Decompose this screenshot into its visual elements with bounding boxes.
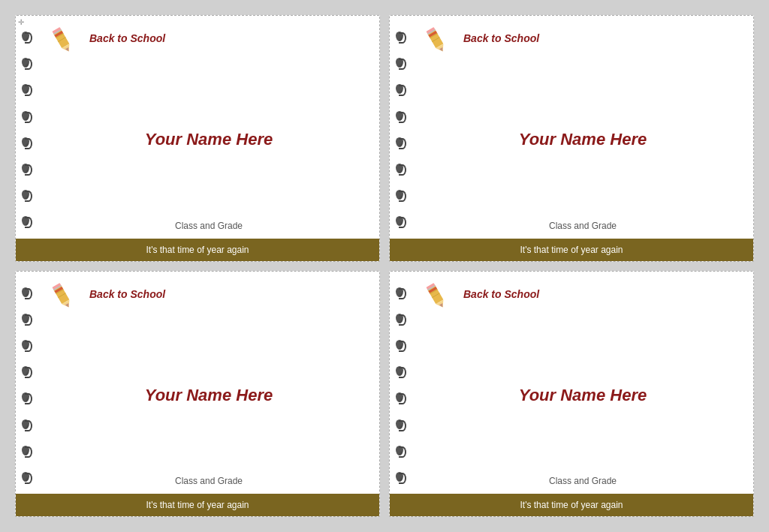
card-3: Back to School Your Name Here Class and … [15, 271, 380, 518]
spiral-left-4 [393, 279, 406, 491]
pencil-icon-1 [46, 23, 83, 53]
back-to-school-3: Back to School [89, 288, 165, 300]
class-grade-4: Class and Grade [420, 476, 746, 486]
card-1-inner: Back to School Your Name Here Class and … [16, 16, 379, 239]
back-to-school-2: Back to School [463, 32, 539, 44]
your-name-3: Your Name Here [46, 315, 372, 476]
spiral-left-2 [393, 23, 406, 235]
spiral-left-3 [19, 279, 32, 491]
footer-1: It's that time of year again [16, 239, 379, 261]
footer-3: It's that time of year again [16, 494, 379, 516]
card-3-inner: Back to School Your Name Here Class and … [16, 272, 379, 494]
class-grade-2: Class and Grade [420, 221, 746, 231]
page: ✛ [0, 0, 769, 532]
card-4-inner: Back to School Your Name Here Class and … [390, 272, 753, 494]
card-2: Back to School Your Name Here Class and … [389, 15, 754, 262]
card-1: ✛ [15, 15, 380, 262]
footer-4: It's that time of year again [390, 494, 753, 516]
card-1-content: Back to School Your Name Here Class and … [46, 23, 372, 239]
back-to-school-1: Back to School [89, 32, 165, 44]
card-3-content: Back to School Your Name Here Class and … [46, 279, 372, 494]
your-name-4: Your Name Here [420, 315, 746, 476]
card-2-header: Back to School [420, 23, 746, 53]
card-2-inner: Back to School Your Name Here Class and … [390, 16, 753, 239]
class-grade-1: Class and Grade [46, 221, 372, 231]
card-4-content: Back to School Your Name Here Class and … [420, 279, 746, 494]
back-to-school-4: Back to School [463, 288, 539, 300]
card-4-header: Back to School [420, 279, 746, 309]
pencil-icon-4 [420, 279, 457, 309]
pencil-icon-3 [46, 279, 83, 309]
card-4: Back to School Your Name Here Class and … [389, 271, 754, 518]
card-3-header: Back to School [46, 279, 372, 309]
your-name-1: Your Name Here [46, 59, 372, 221]
your-name-2: Your Name Here [420, 59, 746, 221]
pencil-icon-2 [420, 23, 457, 53]
card-1-header: Back to School [46, 23, 372, 53]
class-grade-3: Class and Grade [46, 476, 372, 486]
card-2-content: Back to School Your Name Here Class and … [420, 23, 746, 239]
spiral-left-1 [19, 23, 32, 235]
footer-2: It's that time of year again [390, 239, 753, 261]
